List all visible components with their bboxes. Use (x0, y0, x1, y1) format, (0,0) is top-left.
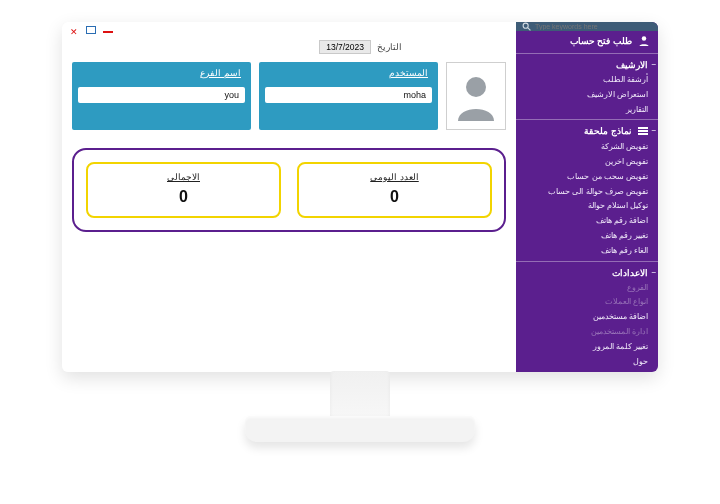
section-models-label: نماذج ملحقة (584, 126, 631, 136)
monitor-frame: ✕ التاريخ 13/7/2023 المستخدم (62, 22, 658, 372)
svg-rect-6 (638, 133, 648, 135)
minimize-icon[interactable] (102, 26, 114, 38)
user-card-title: المستخدم (265, 68, 432, 78)
menu-branches: الفروع (516, 281, 658, 296)
stat-daily-value: 0 (305, 188, 484, 206)
menu-reports[interactable]: التقارير (516, 103, 658, 118)
svg-point-0 (466, 77, 486, 97)
menu-add-phone[interactable]: اضافة رقم هاتف (516, 214, 658, 229)
menu-remove-phone[interactable]: الغاء رقم هاتف (516, 244, 658, 259)
menu-transfer-auth[interactable]: تفويض صرف حوالة الى حساب (516, 185, 658, 200)
close-icon[interactable]: ✕ (68, 26, 80, 38)
svg-point-3 (642, 36, 647, 41)
date-value[interactable]: 13/7/2023 (319, 40, 371, 54)
menu-receive-transfer[interactable]: توكيل استلام حوالة (516, 199, 658, 214)
section-archive[interactable]: – الارشيف (516, 53, 658, 73)
user-photo (446, 62, 506, 130)
date-label: التاريخ (377, 42, 402, 52)
models-icon (636, 127, 648, 137)
monitor-base (245, 416, 475, 442)
stat-daily: العدد اليومي 0 (297, 162, 492, 218)
menu-change-phone[interactable]: تغيير رقم هاتف (516, 229, 658, 244)
menu-withdraw-auth[interactable]: تفويض سحب من حساب (516, 170, 658, 185)
menu-add-users[interactable]: اضافة مستخدمين (516, 310, 658, 325)
window-controls: ✕ (68, 26, 114, 38)
main-area: ✕ التاريخ 13/7/2023 المستخدم (62, 22, 516, 372)
stat-total: الاجمالي 0 (86, 162, 281, 218)
sidebar: طلب فتح حساب – الارشيف أرشفة الطلب استعر… (516, 22, 658, 372)
restore-icon[interactable] (86, 26, 96, 34)
stats-panel: العدد اليومي 0 الاجمالي 0 (72, 148, 506, 232)
stat-daily-title: العدد اليومي (305, 172, 484, 182)
menu-currencies: انواع العملات (516, 295, 658, 310)
branch-field[interactable] (78, 87, 245, 103)
stat-total-title: الاجمالي (94, 172, 273, 182)
menu-browse-archive[interactable]: استعراض الارشيف (516, 88, 658, 103)
user-icon (638, 35, 650, 47)
sidebar-title-row[interactable]: طلب فتح حساب (516, 31, 658, 51)
user-field[interactable] (265, 87, 432, 103)
menu-manage-users: ادارة المستخدمين (516, 325, 658, 340)
search-input[interactable] (535, 23, 652, 30)
collapse-icon: – (652, 125, 656, 134)
search-icon (522, 22, 531, 31)
menu-change-password[interactable]: تغيير كلمة المرور (516, 340, 658, 355)
info-cards-row: المستخدم اسم الفرع (72, 62, 506, 130)
section-archive-label: الارشيف (616, 60, 648, 70)
branch-card: اسم الفرع (72, 62, 251, 130)
screen: ✕ التاريخ 13/7/2023 المستخدم (62, 22, 658, 372)
svg-point-1 (523, 23, 528, 28)
section-models[interactable]: – نماذج ملحقة (516, 119, 658, 140)
svg-rect-4 (638, 127, 648, 129)
date-row: التاريخ 13/7/2023 (319, 40, 402, 54)
menu-about[interactable]: حول (516, 355, 658, 370)
branch-card-title: اسم الفرع (78, 68, 245, 78)
user-card: المستخدم (259, 62, 438, 130)
section-settings-label: الاعدادات (612, 268, 648, 278)
menu-archive-request[interactable]: أرشفة الطلب (516, 73, 658, 88)
stat-total-value: 0 (94, 188, 273, 206)
svg-rect-5 (638, 130, 648, 132)
menu-company-auth[interactable]: تفويض الشركة (516, 140, 658, 155)
sidebar-title: طلب فتح حساب (570, 36, 632, 46)
collapse-icon: – (652, 59, 656, 68)
menu-others-auth[interactable]: تفويض اخرين (516, 155, 658, 170)
collapse-icon: – (652, 267, 656, 276)
search-row (516, 22, 658, 31)
section-settings[interactable]: – الاعدادات (516, 261, 658, 281)
